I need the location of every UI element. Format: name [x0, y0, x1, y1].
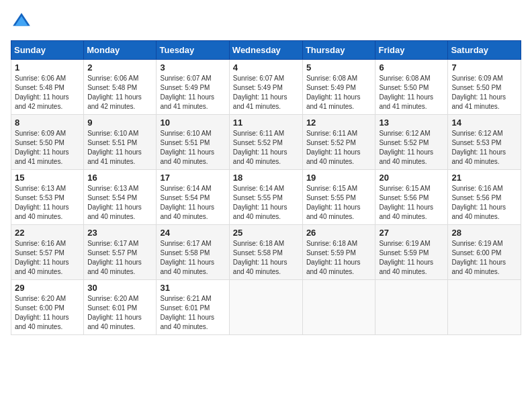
day-number: 29	[15, 283, 80, 293]
day-info: Sunrise: 6:13 AMSunset: 5:53 PMDaylight:…	[15, 185, 69, 220]
day-info: Sunrise: 6:09 AMSunset: 5:50 PMDaylight:…	[15, 130, 69, 165]
day-number: 24	[160, 228, 225, 238]
calendar-week-row: 29 Sunrise: 6:20 AMSunset: 6:00 PMDaylig…	[11, 280, 521, 335]
col-thursday: Thursday	[302, 41, 375, 60]
calendar-cell: 31 Sunrise: 6:21 AMSunset: 6:01 PMDaylig…	[157, 280, 229, 335]
day-info: Sunrise: 6:20 AMSunset: 6:01 PMDaylight:…	[87, 295, 142, 330]
day-number: 25	[233, 228, 299, 238]
day-info: Sunrise: 6:11 AMSunset: 5:52 PMDaylight:…	[306, 130, 361, 165]
calendar-cell: 13 Sunrise: 6:12 AMSunset: 5:52 PMDaylig…	[375, 115, 448, 170]
day-info: Sunrise: 6:10 AMSunset: 5:51 PMDaylight:…	[160, 130, 214, 165]
day-info: Sunrise: 6:13 AMSunset: 5:54 PMDaylight:…	[87, 185, 142, 220]
calendar-cell: 2 Sunrise: 6:06 AMSunset: 5:48 PMDayligh…	[84, 60, 157, 115]
calendar-cell: 28 Sunrise: 6:19 AMSunset: 6:00 PMDaylig…	[448, 225, 521, 280]
calendar-cell: 4 Sunrise: 6:07 AMSunset: 5:49 PMDayligh…	[229, 60, 302, 115]
day-number: 30	[87, 283, 152, 293]
day-info: Sunrise: 6:08 AMSunset: 5:50 PMDaylight:…	[379, 75, 433, 110]
day-number: 3	[160, 62, 225, 73]
day-info: Sunrise: 6:10 AMSunset: 5:51 PMDaylight:…	[87, 130, 142, 165]
day-number: 12	[306, 118, 372, 128]
day-number: 23	[87, 228, 152, 238]
calendar-cell: 5 Sunrise: 6:08 AMSunset: 5:49 PMDayligh…	[302, 60, 375, 115]
day-info: Sunrise: 6:17 AMSunset: 5:57 PMDaylight:…	[87, 240, 142, 275]
calendar-cell: 22 Sunrise: 6:16 AMSunset: 5:57 PMDaylig…	[11, 225, 84, 280]
day-info: Sunrise: 6:15 AMSunset: 5:55 PMDaylight:…	[306, 185, 361, 220]
day-number: 20	[379, 173, 444, 183]
day-info: Sunrise: 6:11 AMSunset: 5:52 PMDaylight:…	[233, 130, 287, 165]
calendar-cell	[229, 280, 302, 335]
calendar-cell: 7 Sunrise: 6:09 AMSunset: 5:50 PMDayligh…	[448, 60, 521, 115]
calendar-cell: 18 Sunrise: 6:14 AMSunset: 5:55 PMDaylig…	[229, 170, 302, 225]
col-sunday: Sunday	[11, 41, 84, 60]
day-info: Sunrise: 6:19 AMSunset: 5:59 PMDaylight:…	[379, 240, 433, 275]
day-number: 16	[87, 173, 152, 183]
calendar-cell: 12 Sunrise: 6:11 AMSunset: 5:52 PMDaylig…	[302, 115, 375, 170]
calendar-cell: 10 Sunrise: 6:10 AMSunset: 5:51 PMDaylig…	[157, 115, 229, 170]
day-info: Sunrise: 6:12 AMSunset: 5:52 PMDaylight:…	[379, 130, 433, 165]
logo-icon	[11, 11, 32, 32]
day-number: 9	[87, 118, 152, 128]
day-number: 10	[160, 118, 225, 128]
calendar-cell: 8 Sunrise: 6:09 AMSunset: 5:50 PMDayligh…	[11, 115, 84, 170]
col-saturday: Saturday	[448, 41, 521, 60]
day-number: 19	[306, 173, 372, 183]
day-number: 7	[451, 62, 517, 73]
day-number: 18	[233, 173, 299, 183]
day-info: Sunrise: 6:17 AMSunset: 5:58 PMDaylight:…	[160, 240, 214, 275]
day-info: Sunrise: 6:08 AMSunset: 5:49 PMDaylight:…	[306, 75, 361, 110]
calendar-cell: 11 Sunrise: 6:11 AMSunset: 5:52 PMDaylig…	[229, 115, 302, 170]
day-info: Sunrise: 6:07 AMSunset: 5:49 PMDaylight:…	[233, 75, 287, 110]
day-info: Sunrise: 6:15 AMSunset: 5:56 PMDaylight:…	[379, 185, 433, 220]
calendar-table: Sunday Monday Tuesday Wednesday Thursday…	[11, 40, 521, 335]
day-number: 28	[451, 228, 517, 238]
calendar-cell: 23 Sunrise: 6:17 AMSunset: 5:57 PMDaylig…	[84, 225, 157, 280]
calendar-cell: 26 Sunrise: 6:18 AMSunset: 5:59 PMDaylig…	[302, 225, 375, 280]
calendar-cell: 27 Sunrise: 6:19 AMSunset: 5:59 PMDaylig…	[375, 225, 448, 280]
day-number: 17	[160, 173, 225, 183]
day-number: 4	[233, 62, 299, 73]
day-info: Sunrise: 6:16 AMSunset: 5:56 PMDaylight:…	[451, 185, 506, 220]
day-number: 5	[306, 62, 372, 73]
calendar-cell: 17 Sunrise: 6:14 AMSunset: 5:54 PMDaylig…	[157, 170, 229, 225]
col-monday: Monday	[84, 41, 157, 60]
day-info: Sunrise: 6:18 AMSunset: 5:59 PMDaylight:…	[306, 240, 361, 275]
calendar-cell: 9 Sunrise: 6:10 AMSunset: 5:51 PMDayligh…	[84, 115, 157, 170]
day-info: Sunrise: 6:19 AMSunset: 6:00 PMDaylight:…	[451, 240, 506, 275]
calendar-cell	[375, 280, 448, 335]
calendar-cell: 15 Sunrise: 6:13 AMSunset: 5:53 PMDaylig…	[11, 170, 84, 225]
day-number: 31	[160, 283, 225, 293]
day-info: Sunrise: 6:16 AMSunset: 5:57 PMDaylight:…	[15, 240, 69, 275]
calendar-cell	[448, 280, 521, 335]
calendar-cell: 3 Sunrise: 6:07 AMSunset: 5:49 PMDayligh…	[157, 60, 229, 115]
day-number: 2	[87, 62, 152, 73]
day-number: 21	[451, 173, 517, 183]
col-tuesday: Tuesday	[157, 41, 229, 60]
day-number: 14	[451, 118, 517, 128]
day-number: 8	[15, 118, 80, 128]
calendar-week-row: 1 Sunrise: 6:06 AMSunset: 5:48 PMDayligh…	[11, 60, 521, 115]
col-wednesday: Wednesday	[229, 41, 302, 60]
calendar-cell: 1 Sunrise: 6:06 AMSunset: 5:48 PMDayligh…	[11, 60, 84, 115]
day-number: 26	[306, 228, 372, 238]
calendar-cell: 14 Sunrise: 6:12 AMSunset: 5:53 PMDaylig…	[448, 115, 521, 170]
day-info: Sunrise: 6:06 AMSunset: 5:48 PMDaylight:…	[87, 75, 142, 110]
logo	[11, 11, 35, 32]
day-info: Sunrise: 6:18 AMSunset: 5:58 PMDaylight:…	[233, 240, 287, 275]
day-number: 27	[379, 228, 444, 238]
calendar-week-row: 22 Sunrise: 6:16 AMSunset: 5:57 PMDaylig…	[11, 225, 521, 280]
calendar-cell: 20 Sunrise: 6:15 AMSunset: 5:56 PMDaylig…	[375, 170, 448, 225]
day-info: Sunrise: 6:21 AMSunset: 6:01 PMDaylight:…	[160, 295, 214, 330]
calendar-cell: 21 Sunrise: 6:16 AMSunset: 5:56 PMDaylig…	[448, 170, 521, 225]
calendar-cell: 19 Sunrise: 6:15 AMSunset: 5:55 PMDaylig…	[302, 170, 375, 225]
calendar-cell: 24 Sunrise: 6:17 AMSunset: 5:58 PMDaylig…	[157, 225, 229, 280]
page-header	[11, 11, 521, 32]
day-number: 1	[15, 62, 80, 73]
calendar-cell: 25 Sunrise: 6:18 AMSunset: 5:58 PMDaylig…	[229, 225, 302, 280]
calendar-cell: 29 Sunrise: 6:20 AMSunset: 6:00 PMDaylig…	[11, 280, 84, 335]
day-info: Sunrise: 6:14 AMSunset: 5:54 PMDaylight:…	[160, 185, 214, 220]
day-number: 13	[379, 118, 444, 128]
day-info: Sunrise: 6:20 AMSunset: 6:00 PMDaylight:…	[15, 295, 69, 330]
calendar-week-row: 15 Sunrise: 6:13 AMSunset: 5:53 PMDaylig…	[11, 170, 521, 225]
day-number: 22	[15, 228, 80, 238]
calendar-cell: 6 Sunrise: 6:08 AMSunset: 5:50 PMDayligh…	[375, 60, 448, 115]
